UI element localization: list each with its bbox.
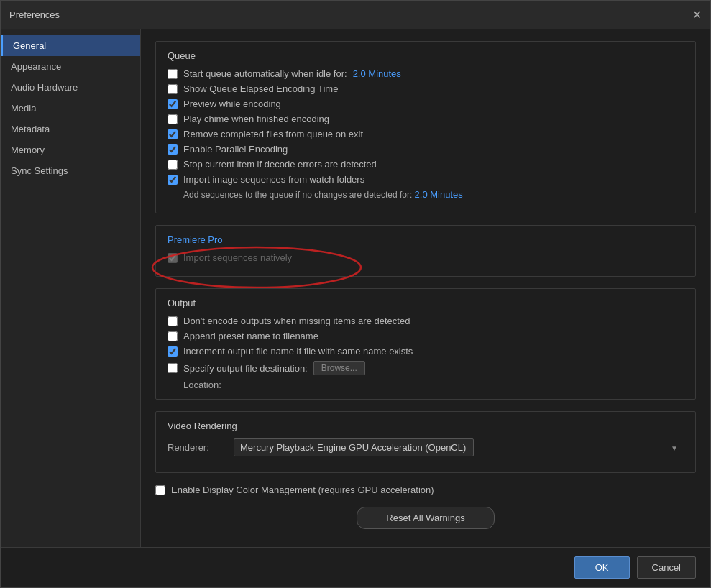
append-preset-label[interactable]: Append preset name to filename (183, 331, 318, 341)
display-color-row: Enable Display Color Management (require… (155, 484, 696, 495)
show-elapsed-checkbox[interactable] (168, 84, 178, 94)
sidebar-item-label: Audio Hardware (11, 82, 78, 93)
dont-encode-label[interactable]: Don't encode outputs when missing items … (183, 316, 410, 326)
import-natively-label[interactable]: Import sequences natively (183, 252, 292, 263)
increment-output-row: Increment output file name if file with … (168, 346, 684, 357)
display-color-checkbox[interactable] (155, 485, 165, 495)
dont-encode-row: Don't encode outputs when missing items … (168, 316, 684, 326)
sequences-note: Add sequences to the queue if no changes… (183, 190, 412, 200)
renderer-select[interactable]: Mercury Playback Engine GPU Acceleration… (234, 438, 474, 456)
play-chime-label[interactable]: Play chime when finished encoding (183, 114, 329, 124)
reset-warnings-button[interactable]: Reset All Warnings (357, 507, 494, 529)
output-section-title: Output (168, 298, 684, 308)
specify-dest-row: Specify output file destination: Browse.… (168, 361, 684, 375)
location-label: Location: (183, 380, 221, 390)
import-sequences-label[interactable]: Import image sequences from watch folder… (183, 174, 364, 185)
sidebar-item-memory[interactable]: Memory (1, 139, 140, 160)
queue-section: Queue Start queue automatically when idl… (155, 41, 696, 213)
preview-encoding-label[interactable]: Preview while encoding (183, 98, 281, 109)
location-row: Location: (183, 380, 684, 390)
remove-completed-label[interactable]: Remove completed files from queue on exi… (183, 129, 363, 139)
cancel-button[interactable]: Cancel (637, 556, 696, 579)
sidebar-item-label: Memory (11, 144, 45, 155)
sequences-note-row: Add sequences to the queue if no changes… (183, 189, 684, 200)
annotation-circle (145, 240, 368, 290)
sidebar-item-label: Metadata (11, 124, 50, 134)
enable-parallel-checkbox[interactable] (168, 144, 178, 155)
play-chime-row: Play chime when finished encoding (168, 114, 684, 124)
dont-encode-checkbox[interactable] (168, 316, 178, 326)
start-auto-row: Start queue automatically when idle for:… (168, 68, 684, 79)
increment-output-label[interactable]: Increment output file name if file with … (183, 346, 413, 357)
dialog-footer: OK Cancel (1, 547, 710, 587)
queue-section-title: Queue (168, 50, 684, 61)
stop-decode-checkbox[interactable] (168, 160, 178, 170)
increment-output-checkbox[interactable] (168, 346, 178, 357)
show-elapsed-label[interactable]: Show Queue Elapsed Encoding Time (183, 83, 338, 94)
sidebar-item-label: Media (11, 103, 36, 114)
title-bar: Preferences ✕ (1, 1, 710, 29)
import-sequences-checkbox[interactable] (168, 175, 178, 185)
dialog-title: Preferences (9, 9, 60, 20)
sidebar-item-label: Sync Settings (11, 165, 68, 176)
specify-dest-checkbox[interactable] (168, 363, 178, 373)
renderer-label: Renderer: (168, 442, 225, 453)
browse-button[interactable]: Browse... (313, 361, 365, 375)
output-section: Output Don't encode outputs when missing… (155, 288, 696, 400)
remove-completed-row: Remove completed files from queue on exi… (168, 129, 684, 139)
renderer-select-wrapper: Mercury Playback Engine GPU Acceleration… (234, 438, 684, 456)
append-preset-checkbox[interactable] (168, 331, 178, 341)
reset-warnings-container: Reset All Warnings (155, 507, 696, 529)
sidebar-item-appearance[interactable]: Appearance (1, 56, 140, 77)
sidebar-item-metadata[interactable]: Metadata (1, 119, 140, 139)
sidebar: General Appearance Audio Hardware Media … (1, 29, 141, 547)
enable-parallel-row: Enable Parallel Encoding (168, 144, 684, 155)
ok-button[interactable]: OK (574, 556, 630, 579)
append-preset-row: Append preset name to filename (168, 331, 684, 341)
import-natively-checkbox[interactable] (168, 253, 178, 263)
display-color-label[interactable]: Enable Display Color Management (require… (171, 484, 434, 495)
sidebar-item-label: Appearance (11, 61, 61, 72)
close-button[interactable]: ✕ (692, 9, 702, 21)
renderer-row: Renderer: Mercury Playback Engine GPU Ac… (168, 438, 684, 456)
sidebar-item-media[interactable]: Media (1, 98, 140, 119)
import-natively-row: Import sequences natively (168, 252, 684, 263)
preview-encoding-row: Preview while encoding (168, 98, 684, 109)
stop-decode-row: Stop current item if decode errors are d… (168, 159, 684, 170)
preview-encoding-checkbox[interactable] (168, 99, 178, 109)
sidebar-item-audio-hardware[interactable]: Audio Hardware (1, 77, 140, 98)
import-sequences-row: Import image sequences from watch folder… (168, 174, 684, 185)
remove-completed-checkbox[interactable] (168, 129, 178, 139)
main-content: Queue Start queue automatically when idl… (141, 29, 710, 547)
video-rendering-title: Video Rendering (168, 421, 684, 431)
dialog-body: General Appearance Audio Hardware Media … (1, 29, 710, 547)
sequences-value: 2.0 Minutes (415, 189, 463, 200)
video-rendering-section: Video Rendering Renderer: Mercury Playba… (155, 411, 696, 473)
premiere-pro-section: Premiere Pro Import sequences natively (155, 225, 696, 277)
start-auto-value: 2.0 Minutes (353, 68, 401, 79)
premiere-pro-title: Premiere Pro (168, 234, 684, 245)
stop-decode-label[interactable]: Stop current item if decode errors are d… (183, 159, 377, 170)
sidebar-item-sync-settings[interactable]: Sync Settings (1, 160, 140, 181)
preferences-dialog: Preferences ✕ General Appearance Audio H… (0, 0, 711, 588)
show-elapsed-row: Show Queue Elapsed Encoding Time (168, 83, 684, 94)
play-chime-checkbox[interactable] (168, 114, 178, 124)
start-auto-checkbox[interactable] (168, 69, 178, 79)
specify-dest-label[interactable]: Specify output file destination: (183, 363, 308, 374)
sidebar-item-general[interactable]: General (1, 35, 140, 56)
enable-parallel-label[interactable]: Enable Parallel Encoding (183, 144, 288, 155)
start-auto-label[interactable]: Start queue automatically when idle for: (183, 68, 347, 79)
sidebar-item-label: General (13, 40, 46, 51)
